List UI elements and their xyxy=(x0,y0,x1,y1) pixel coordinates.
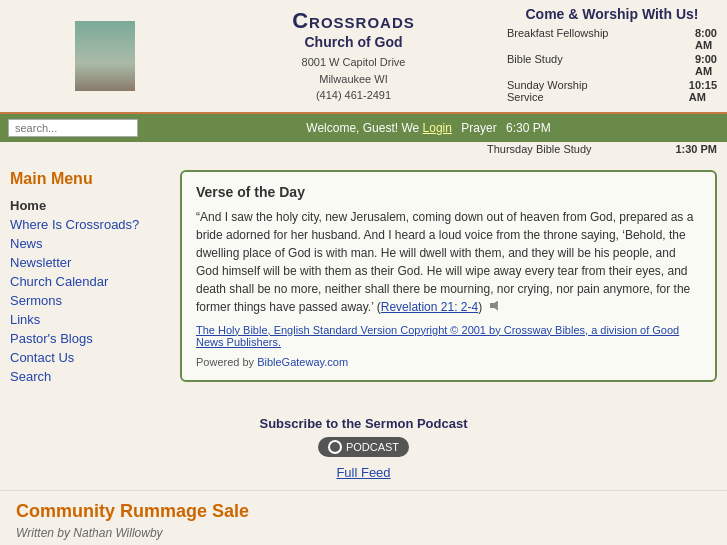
prayer-label: Prayer xyxy=(461,121,496,135)
sidebar-item-home[interactable]: Home xyxy=(10,196,170,215)
church-name-line2: Church of God xyxy=(214,34,493,50)
schedule-row-2: Sunday WorshipService 10:15AM xyxy=(507,78,717,104)
content-area: Verse of the Day “And I saw the holy cit… xyxy=(180,170,717,396)
podcast-section: Subscribe to the Sermon Podcast PODCAST … xyxy=(0,406,727,490)
church-photo xyxy=(75,21,135,91)
search-input[interactable] xyxy=(8,119,138,137)
worship-title: Come & Worship With Us! xyxy=(507,6,717,22)
podcast-badge[interactable]: PODCAST xyxy=(318,437,409,457)
verse-reference-link[interactable]: Revelation 21: 2-4 xyxy=(381,300,478,314)
schedule-time-0: 8:00AM xyxy=(695,27,717,51)
schedule-extra-inner: Thursday Bible Study 1:30 PM xyxy=(487,142,717,156)
sidebar-item-sermons[interactable]: Sermons xyxy=(10,291,170,310)
podcast-icon xyxy=(328,440,342,454)
verse-copyright-link[interactable]: The Holy Bible, English Standard Version… xyxy=(196,324,701,348)
church-phone: (414) 461-2491 xyxy=(316,89,391,101)
biblegateway-link[interactable]: BibleGateway.com xyxy=(257,356,348,368)
login-link[interactable]: Login xyxy=(423,121,452,135)
nav-bar: Welcome, Guest! We Login Prayer 6:30 PM xyxy=(0,114,727,142)
sidebar-item-search[interactable]: Search xyxy=(10,367,170,386)
schedule-label-2: Sunday WorshipService xyxy=(507,79,588,103)
verse-of-the-day-box: Verse of the Day “And I saw the holy cit… xyxy=(180,170,717,382)
church-name-line1: Crossroads xyxy=(214,8,493,34)
nav-spacer: We xyxy=(401,121,419,135)
sidebar-item-pastor-blogs[interactable]: Pastor's Blogs xyxy=(10,329,170,348)
header-church-info: Crossroads Church of God 8001 W Capitol … xyxy=(210,0,497,112)
page-header: Crossroads Church of God 8001 W Capitol … xyxy=(0,0,727,114)
schedule-time-thu: 1:30 PM xyxy=(675,143,717,155)
church-image xyxy=(75,21,135,91)
schedule-row-thu: Thursday Bible Study 1:30 PM xyxy=(487,142,717,156)
schedule-time-2: 10:15AM xyxy=(689,79,717,103)
community-title[interactable]: Community Rummage Sale xyxy=(16,501,711,522)
full-feed-link[interactable]: Full Feed xyxy=(0,465,727,480)
schedule-row-0: Breakfast Fellowship 8:00AM xyxy=(507,26,717,52)
address-line2: Milwaukee WI xyxy=(319,73,387,85)
sidebar-item-where[interactable]: Where Is Crossroads? xyxy=(10,215,170,234)
community-author: Written by Nathan Willowby xyxy=(16,526,711,540)
schedule-label-thu: Thursday Bible Study xyxy=(487,143,592,155)
verse-title: Verse of the Day xyxy=(196,184,701,200)
author-name: Nathan Willowby xyxy=(73,526,162,540)
community-section: Community Rummage Sale Written by Nathan… xyxy=(0,490,727,546)
sidebar-item-news[interactable]: News xyxy=(10,234,170,253)
audio-icon[interactable] xyxy=(490,301,502,311)
sidebar-item-contact[interactable]: Contact Us xyxy=(10,348,170,367)
church-address: 8001 W Capitol Drive Milwaukee WI (414) … xyxy=(214,54,493,104)
header-logo-area xyxy=(0,0,210,112)
verse-powered-by: Powered by BibleGateway.com xyxy=(196,356,701,368)
schedule-time-1: 9:00AM xyxy=(695,53,717,77)
schedule-label-1: Bible Study xyxy=(507,53,563,77)
worship-schedule-header: Come & Worship With Us! Breakfast Fellow… xyxy=(497,0,727,112)
sidebar: Main Menu Home Where Is Crossroads? News… xyxy=(10,170,170,396)
main-content: Main Menu Home Where Is Crossroads? News… xyxy=(0,160,727,406)
podcast-title: Subscribe to the Sermon Podcast xyxy=(0,416,727,431)
prayer-service-time: 6:30 PM xyxy=(506,121,551,135)
nav-welcome-area: Welcome, Guest! We Login Prayer 6:30 PM xyxy=(138,121,719,135)
verse-text: “And I saw the holy city, new Jerusalem,… xyxy=(196,208,701,316)
address-line1: 8001 W Capitol Drive xyxy=(302,56,406,68)
welcome-text: Welcome, Guest! xyxy=(306,121,398,135)
schedule-extra: Thursday Bible Study 1:30 PM xyxy=(0,142,727,160)
sidebar-item-calendar[interactable]: Church Calendar xyxy=(10,272,170,291)
schedule-label-0: Breakfast Fellowship xyxy=(507,27,609,51)
podcast-badge-label: PODCAST xyxy=(346,441,399,453)
sidebar-title: Main Menu xyxy=(10,170,170,188)
schedule-row-1: Bible Study 9:00AM xyxy=(507,52,717,78)
sidebar-item-newsletter[interactable]: Newsletter xyxy=(10,253,170,272)
sidebar-item-links[interactable]: Links xyxy=(10,310,170,329)
